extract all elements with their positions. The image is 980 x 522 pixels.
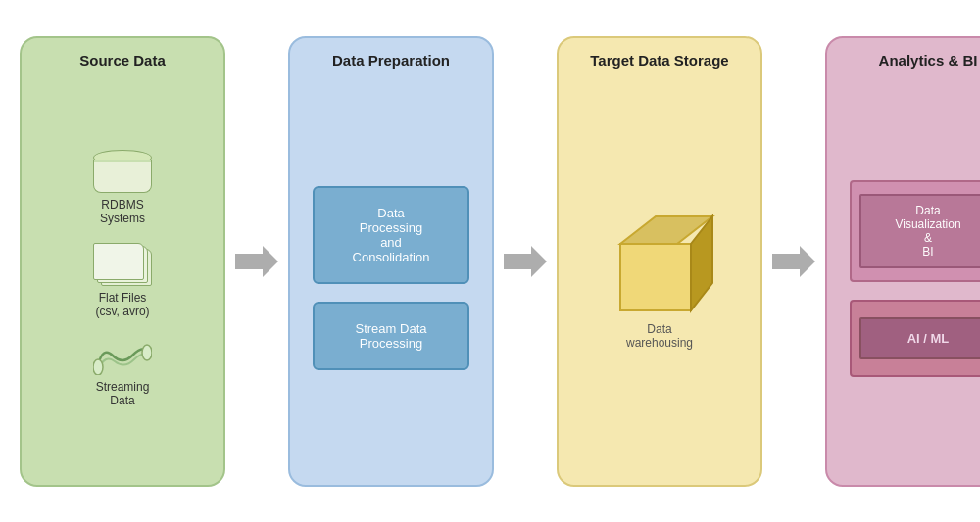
flatfiles-icon xyxy=(93,243,152,286)
target-storage-content: Datawarehousing xyxy=(570,86,749,471)
source-data-column: Source Data RDBMSSystems Flat Files(csv, xyxy=(20,36,225,487)
flatfiles-label: Flat Files(csv, avro) xyxy=(95,291,149,318)
analytics-content: DataVisualization&BI AI / ML xyxy=(839,86,980,471)
data-preparation-title: Data Preparation xyxy=(332,52,450,69)
svg-rect-4 xyxy=(620,244,691,310)
rdbms-label: RDBMSSystems xyxy=(100,198,145,225)
data-warehouse-item: Datawarehousing xyxy=(601,207,718,350)
svg-marker-7 xyxy=(772,246,815,277)
target-storage-column: Target Data Storage Datawarehousing xyxy=(557,36,762,487)
cylinder-icon xyxy=(93,150,152,193)
streaming-item: StreamingData xyxy=(93,336,152,407)
analytics-column: Analytics & BI DataVisualization&BI AI /… xyxy=(825,36,980,487)
aiml-inner: AI / ML xyxy=(859,317,980,359)
visualization-label: DataVisualization&BI xyxy=(895,204,960,259)
source-data-content: RDBMSSystems Flat Files(csv, avro) xyxy=(33,86,212,471)
arrow-3-icon xyxy=(772,244,815,279)
svg-point-0 xyxy=(93,359,103,375)
svg-point-1 xyxy=(142,345,152,360)
visualization-box: DataVisualization&BI xyxy=(850,180,980,282)
stream-processing-box: Stream DataProcessing xyxy=(313,302,469,370)
data-preparation-column: Data Preparation DataProcessingandConsol… xyxy=(288,36,494,487)
analytics-title: Analytics & BI xyxy=(879,52,978,69)
svg-marker-3 xyxy=(504,246,547,277)
rdbms-item: RDBMSSystems xyxy=(93,150,152,225)
arrow-1-icon xyxy=(235,244,278,279)
source-data-title: Source Data xyxy=(79,52,166,69)
cylinder-body xyxy=(93,162,152,193)
visualization-inner: DataVisualization&BI xyxy=(859,194,980,268)
svg-marker-2 xyxy=(235,246,278,277)
streaming-icon xyxy=(93,336,152,375)
data-processing-box: DataProcessingandConsolidation xyxy=(313,186,469,284)
ff-page-1 xyxy=(93,243,144,280)
target-storage-title: Target Data Storage xyxy=(590,52,728,69)
cube-icon xyxy=(601,207,718,314)
diagram: Source Data RDBMSSystems Flat Files(csv, xyxy=(0,0,980,522)
stream-processing-label: Stream DataProcessing xyxy=(356,321,427,351)
data-preparation-content: DataProcessingandConsolidation Stream Da… xyxy=(302,86,480,471)
aiml-box: AI / ML xyxy=(850,300,980,377)
data-processing-label: DataProcessingandConsolidation xyxy=(353,206,430,264)
warehouse-label: Datawarehousing xyxy=(626,322,693,350)
arrow-3 xyxy=(772,244,815,279)
arrow-2 xyxy=(504,244,547,279)
aiml-label: AI / ML xyxy=(907,331,950,346)
arrow-1 xyxy=(235,244,278,279)
arrow-2-icon xyxy=(504,244,547,279)
flatfiles-item: Flat Files(csv, avro) xyxy=(93,243,152,318)
streaming-label: StreamingData xyxy=(96,380,150,407)
